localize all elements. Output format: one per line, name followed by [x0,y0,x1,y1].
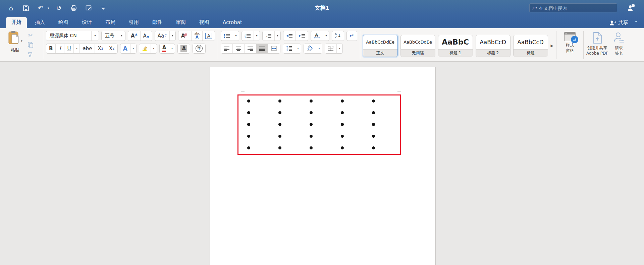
bullet-list-caret-icon[interactable]: ▾ [233,31,239,41]
multilevel-list-caret-icon[interactable]: ▾ [274,31,280,41]
tab-draw[interactable]: 绘图 [53,17,74,28]
clear-formatting-button[interactable]: A [178,31,192,41]
bullet-dot [247,111,250,114]
tab-home[interactable]: 开始 [6,17,27,28]
save-icon[interactable] [21,3,31,13]
strikethrough-button[interactable]: abe [79,44,95,53]
change-case-caret-icon[interactable]: ▾ [169,31,175,41]
font-color-button[interactable]: A [160,44,169,53]
copy-icon[interactable] [27,42,34,48]
shading-caret-icon[interactable]: ▾ [316,44,322,53]
customize-toolbar-icon[interactable] [98,3,108,13]
justify-button[interactable] [256,44,268,53]
numbered-list-button[interactable]: 123 [242,31,254,41]
style-card-normal[interactable]: AaBbCcDdEe 正文 [363,35,398,57]
grow-font-button[interactable]: A▲ [128,31,140,41]
font-color-caret-icon[interactable]: ▾ [169,44,175,53]
shrink-font-button[interactable]: A▼ [140,31,152,41]
share-button[interactable]: 共享 [609,19,628,26]
character-shading-button[interactable]: A [178,44,190,53]
shading-button[interactable] [304,44,316,53]
tab-view[interactable]: 视图 [194,17,215,28]
style-card-heading1[interactable]: AaBbC 标题 1 [438,35,473,57]
sort-button[interactable]: AZ ↓ [332,31,344,41]
home-icon[interactable]: ⌂ [6,3,16,13]
style-card-heading2[interactable]: AaBbCcD 标题 2 [476,35,511,57]
numbered-list-caret-icon[interactable]: ▾ [254,31,260,41]
font-size-caret-icon[interactable]: ▾ [118,31,125,41]
search-input[interactable] [539,5,614,11]
superscript-button[interactable]: X2 [106,44,117,53]
distribute-text-button[interactable] [268,44,280,53]
highlight-button[interactable] [139,44,151,53]
undo-icon[interactable]: ↶ [36,3,46,13]
bullet-dot [247,100,250,103]
bullet-dot [341,100,344,103]
bullet-dot [310,146,313,149]
print-icon[interactable] [69,3,79,13]
tab-layout[interactable]: 布局 [100,17,121,28]
bold-button[interactable]: B [46,44,55,53]
request-signature-button[interactable]: 请求 签名 [608,30,630,60]
create-share-pdf-button[interactable]: 创建并共享 Adobe PDF [586,30,608,60]
tab-design[interactable]: 设计 [76,17,97,28]
red-highlight-box [237,94,401,155]
paragraph-group: ▾ 123 ▾ 1a1 ▾ [221,30,357,60]
enclose-characters-button[interactable]: 字 [193,44,205,53]
borders-button[interactable] [325,44,336,53]
line-spacing-button[interactable] [283,44,295,53]
style-card-title[interactable]: AaBbCcD 标题 [513,35,548,57]
cut-icon[interactable]: ✂ [27,32,34,39]
tab-review[interactable]: 审阅 [170,17,191,28]
style-card-no-spacing[interactable]: AaBbCcDdEe 无间隔 [400,35,435,57]
paste-button[interactable]: ▾ 粘贴 [5,30,25,60]
styles-gallery-expand-icon[interactable]: ▶ [551,44,553,48]
tab-acrobat[interactable]: Acrobat [217,17,248,28]
subscript-button[interactable]: X2 [95,44,106,53]
bullet-list-button[interactable] [221,31,233,41]
bullet-dot [278,146,281,149]
search-box[interactable]: ⌕ ▾ [529,3,617,12]
highlight-caret-icon[interactable]: ▾ [151,44,157,53]
collapse-ribbon-icon[interactable]: ⌃ [634,20,638,25]
title-bar: ⌂ ↶ ▾ ↺ 文档1 ⌕ ▾ [0,0,644,16]
document-page[interactable] [210,67,435,265]
change-case-button[interactable]: Aa⤴ [155,31,169,41]
character-border-button[interactable]: A [202,31,215,41]
account-avatar-icon[interactable] [627,3,635,13]
align-right-button[interactable] [244,44,256,53]
underline-caret-icon[interactable]: ▾ [73,44,79,53]
bullet-dot [372,100,375,103]
undo-dropdown-icon[interactable]: ▾ [48,6,49,10]
text-effects-caret-icon[interactable]: ▾ [130,44,136,53]
bullet-dot [372,146,375,149]
decrease-indent-button[interactable] [283,31,296,41]
align-center-button[interactable] [232,44,244,53]
font-name-caret-icon[interactable]: ▾ [91,31,99,41]
font-name-combo[interactable]: 思源黑体 CN ▾ [46,31,99,41]
align-left-button[interactable] [221,44,232,53]
underline-button[interactable]: U [64,44,73,53]
line-spacing-caret-icon[interactable]: ▾ [295,44,301,53]
font-size-combo[interactable]: 五号 ▾ [101,31,125,41]
borders-caret-icon[interactable]: ▾ [336,44,342,53]
text-effects-button[interactable]: A [120,44,130,53]
italic-button[interactable]: I [55,44,64,53]
multilevel-list-button[interactable]: 1a1 [263,31,274,41]
text-direction-caret-icon[interactable]: ▾ [323,31,329,41]
paste-dropdown-icon[interactable]: ▾ [21,39,22,43]
highlighter-icon [142,46,148,51]
quick-print-icon[interactable] [84,3,94,13]
show-marks-button[interactable]: ↵ [347,31,357,41]
increase-indent-button[interactable] [296,31,308,41]
tab-mailings[interactable]: 邮件 [147,17,168,28]
style-pane-button[interactable]: ⇄ 样式 窗格 [559,30,581,60]
format-painter-icon[interactable] [27,51,34,58]
tab-references[interactable]: 引用 [123,17,144,28]
document-canvas[interactable] [0,62,644,265]
search-scope-caret-icon[interactable]: ▾ [536,6,537,9]
redo-icon[interactable]: ↺ [54,3,64,13]
tab-insert[interactable]: 插入 [30,17,50,28]
text-direction-button[interactable]: A [311,31,323,41]
phonetic-guide-button[interactable]: abcA [191,31,202,41]
